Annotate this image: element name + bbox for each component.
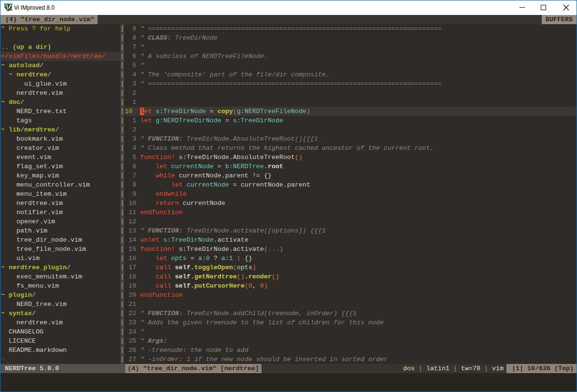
svg-text:im: im bbox=[8, 7, 13, 12]
